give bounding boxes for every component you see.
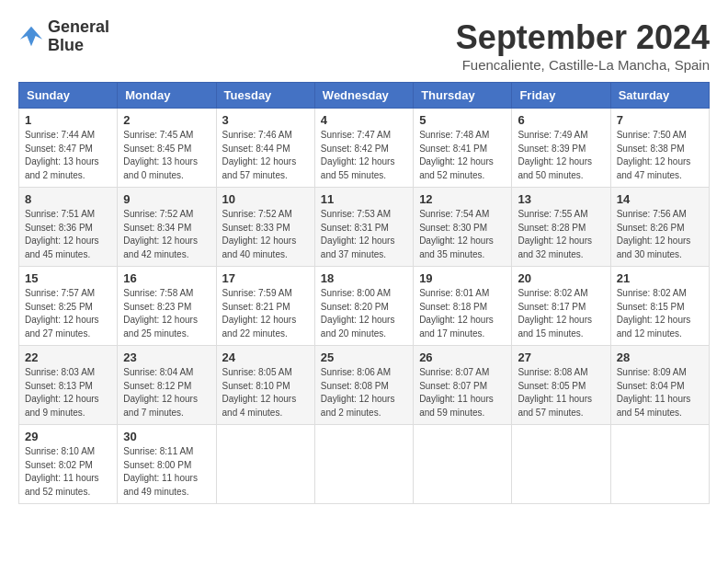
day-info: Sunrise: 8:11 AM Sunset: 8:00 PM Dayligh… bbox=[123, 445, 210, 499]
calendar-cell: 26Sunrise: 8:07 AM Sunset: 8:07 PM Dayli… bbox=[414, 346, 512, 425]
calendar-cell: 5Sunrise: 7:48 AM Sunset: 8:41 PM Daylig… bbox=[414, 109, 512, 188]
calendar-cell: 8Sunrise: 7:51 AM Sunset: 8:36 PM Daylig… bbox=[19, 188, 118, 267]
day-info: Sunrise: 7:47 AM Sunset: 8:42 PM Dayligh… bbox=[321, 129, 407, 182]
calendar-cell: 20Sunrise: 8:02 AM Sunset: 8:17 PM Dayli… bbox=[512, 267, 610, 346]
day-info: Sunrise: 8:03 AM Sunset: 8:13 PM Dayligh… bbox=[25, 366, 111, 419]
day-number: 29 bbox=[25, 430, 111, 443]
day-info: Sunrise: 7:56 AM Sunset: 8:26 PM Dayligh… bbox=[617, 208, 703, 261]
calendar-cell: 30Sunrise: 8:11 AM Sunset: 8:00 PM Dayli… bbox=[118, 425, 216, 504]
calendar-cell: 16Sunrise: 7:58 AM Sunset: 8:23 PM Dayli… bbox=[118, 267, 216, 346]
calendar-cell: 28Sunrise: 8:09 AM Sunset: 8:04 PM Dayli… bbox=[610, 346, 709, 425]
day-number: 17 bbox=[222, 271, 309, 285]
weekday-header-sunday: Sunday bbox=[19, 83, 118, 109]
calendar-cell: 1Sunrise: 7:44 AM Sunset: 8:47 PM Daylig… bbox=[19, 109, 118, 188]
weekday-header-wednesday: Wednesday bbox=[314, 83, 413, 109]
day-number: 22 bbox=[25, 350, 111, 364]
calendar-cell: 24Sunrise: 8:05 AM Sunset: 8:10 PM Dayli… bbox=[216, 346, 314, 425]
day-info: Sunrise: 7:51 AM Sunset: 8:36 PM Dayligh… bbox=[25, 208, 111, 261]
calendar-table: SundayMondayTuesdayWednesdayThursdayFrid… bbox=[18, 82, 710, 504]
calendar-cell: 17Sunrise: 7:59 AM Sunset: 8:21 PM Dayli… bbox=[216, 267, 314, 346]
calendar-cell: 11Sunrise: 7:53 AM Sunset: 8:31 PM Dayli… bbox=[314, 188, 413, 267]
calendar-cell: 19Sunrise: 8:01 AM Sunset: 8:18 PM Dayli… bbox=[414, 267, 512, 346]
day-number: 12 bbox=[419, 192, 506, 206]
calendar-cell bbox=[314, 425, 413, 504]
day-info: Sunrise: 7:59 AM Sunset: 8:21 PM Dayligh… bbox=[222, 287, 309, 340]
logo-line1: General bbox=[48, 18, 109, 37]
weekday-header-monday: Monday bbox=[118, 83, 216, 109]
day-info: Sunrise: 7:57 AM Sunset: 8:25 PM Dayligh… bbox=[25, 287, 111, 340]
calendar-cell: 14Sunrise: 7:56 AM Sunset: 8:26 PM Dayli… bbox=[610, 188, 709, 267]
day-number: 15 bbox=[25, 271, 111, 285]
calendar-cell: 7Sunrise: 7:50 AM Sunset: 8:38 PM Daylig… bbox=[610, 109, 709, 188]
day-info: Sunrise: 8:01 AM Sunset: 8:18 PM Dayligh… bbox=[419, 287, 506, 340]
day-info: Sunrise: 7:52 AM Sunset: 8:34 PM Dayligh… bbox=[123, 208, 210, 261]
day-info: Sunrise: 7:55 AM Sunset: 8:28 PM Dayligh… bbox=[518, 208, 604, 261]
day-number: 14 bbox=[617, 192, 703, 206]
day-number: 19 bbox=[419, 271, 506, 285]
day-info: Sunrise: 7:50 AM Sunset: 8:38 PM Dayligh… bbox=[617, 129, 703, 182]
day-info: Sunrise: 7:44 AM Sunset: 8:47 PM Dayligh… bbox=[25, 129, 111, 182]
weekday-header-thursday: Thursday bbox=[414, 83, 512, 109]
day-number: 28 bbox=[617, 350, 703, 364]
day-number: 4 bbox=[321, 113, 407, 127]
day-number: 18 bbox=[321, 271, 407, 285]
day-number: 2 bbox=[123, 113, 210, 127]
day-info: Sunrise: 8:06 AM Sunset: 8:08 PM Dayligh… bbox=[321, 366, 407, 419]
day-number: 21 bbox=[617, 271, 703, 285]
week-row-3: 15Sunrise: 7:57 AM Sunset: 8:25 PM Dayli… bbox=[19, 267, 710, 346]
calendar-cell: 21Sunrise: 8:02 AM Sunset: 8:15 PM Dayli… bbox=[610, 267, 709, 346]
svg-marker-0 bbox=[20, 27, 42, 46]
day-info: Sunrise: 7:48 AM Sunset: 8:41 PM Dayligh… bbox=[419, 129, 506, 182]
calendar-cell bbox=[512, 425, 610, 504]
calendar-cell: 3Sunrise: 7:46 AM Sunset: 8:44 PM Daylig… bbox=[216, 109, 314, 188]
calendar-cell: 25Sunrise: 8:06 AM Sunset: 8:08 PM Dayli… bbox=[314, 346, 413, 425]
day-info: Sunrise: 8:04 AM Sunset: 8:12 PM Dayligh… bbox=[123, 366, 210, 419]
weekday-header-tuesday: Tuesday bbox=[216, 83, 314, 109]
calendar-cell: 15Sunrise: 7:57 AM Sunset: 8:25 PM Dayli… bbox=[19, 267, 118, 346]
day-info: Sunrise: 7:49 AM Sunset: 8:39 PM Dayligh… bbox=[518, 129, 604, 182]
day-number: 8 bbox=[25, 192, 111, 206]
calendar-cell: 23Sunrise: 8:04 AM Sunset: 8:12 PM Dayli… bbox=[118, 346, 216, 425]
day-info: Sunrise: 7:46 AM Sunset: 8:44 PM Dayligh… bbox=[222, 129, 309, 182]
day-number: 5 bbox=[419, 113, 506, 127]
week-row-5: 29Sunrise: 8:10 AM Sunset: 8:02 PM Dayli… bbox=[19, 425, 710, 504]
calendar-cell: 9Sunrise: 7:52 AM Sunset: 8:34 PM Daylig… bbox=[118, 188, 216, 267]
day-number: 3 bbox=[222, 113, 309, 127]
logo: General Blue bbox=[18, 18, 109, 55]
day-info: Sunrise: 7:58 AM Sunset: 8:23 PM Dayligh… bbox=[123, 287, 210, 340]
weekday-header-row: SundayMondayTuesdayWednesdayThursdayFrid… bbox=[19, 83, 710, 109]
calendar-cell: 2Sunrise: 7:45 AM Sunset: 8:45 PM Daylig… bbox=[118, 109, 216, 188]
weekday-header-friday: Friday bbox=[512, 83, 610, 109]
calendar-cell: 12Sunrise: 7:54 AM Sunset: 8:30 PM Dayli… bbox=[414, 188, 512, 267]
calendar-cell: 18Sunrise: 8:00 AM Sunset: 8:20 PM Dayli… bbox=[314, 267, 413, 346]
calendar-cell: 13Sunrise: 7:55 AM Sunset: 8:28 PM Dayli… bbox=[512, 188, 610, 267]
day-number: 24 bbox=[222, 350, 309, 364]
calendar-cell: 22Sunrise: 8:03 AM Sunset: 8:13 PM Dayli… bbox=[19, 346, 118, 425]
calendar-cell: 27Sunrise: 8:08 AM Sunset: 8:05 PM Dayli… bbox=[512, 346, 610, 425]
calendar-cell bbox=[610, 425, 709, 504]
week-row-4: 22Sunrise: 8:03 AM Sunset: 8:13 PM Dayli… bbox=[19, 346, 710, 425]
day-number: 11 bbox=[321, 192, 407, 206]
day-number: 9 bbox=[123, 192, 210, 206]
day-number: 25 bbox=[321, 350, 407, 364]
day-info: Sunrise: 7:53 AM Sunset: 8:31 PM Dayligh… bbox=[321, 208, 407, 261]
day-number: 10 bbox=[222, 192, 309, 206]
calendar-title: September 2024 bbox=[456, 18, 710, 57]
day-info: Sunrise: 8:02 AM Sunset: 8:17 PM Dayligh… bbox=[518, 287, 604, 340]
header: General Blue September 2024 Fuencaliente… bbox=[18, 18, 710, 73]
day-number: 23 bbox=[123, 350, 210, 364]
week-row-2: 8Sunrise: 7:51 AM Sunset: 8:36 PM Daylig… bbox=[19, 188, 710, 267]
title-section: September 2024 Fuencaliente, Castille-La… bbox=[456, 18, 710, 73]
day-number: 20 bbox=[518, 271, 604, 285]
weekday-header-saturday: Saturday bbox=[610, 83, 709, 109]
day-info: Sunrise: 8:05 AM Sunset: 8:10 PM Dayligh… bbox=[222, 366, 309, 419]
day-info: Sunrise: 8:09 AM Sunset: 8:04 PM Dayligh… bbox=[617, 366, 703, 419]
day-info: Sunrise: 7:54 AM Sunset: 8:30 PM Dayligh… bbox=[419, 208, 506, 261]
day-number: 1 bbox=[25, 113, 111, 127]
week-row-1: 1Sunrise: 7:44 AM Sunset: 8:47 PM Daylig… bbox=[19, 109, 710, 188]
day-number: 27 bbox=[518, 350, 604, 364]
calendar-cell: 4Sunrise: 7:47 AM Sunset: 8:42 PM Daylig… bbox=[314, 109, 413, 188]
calendar-subtitle: Fuencaliente, Castille-La Mancha, Spain bbox=[456, 57, 710, 73]
calendar-cell bbox=[216, 425, 314, 504]
day-info: Sunrise: 8:00 AM Sunset: 8:20 PM Dayligh… bbox=[321, 287, 407, 340]
